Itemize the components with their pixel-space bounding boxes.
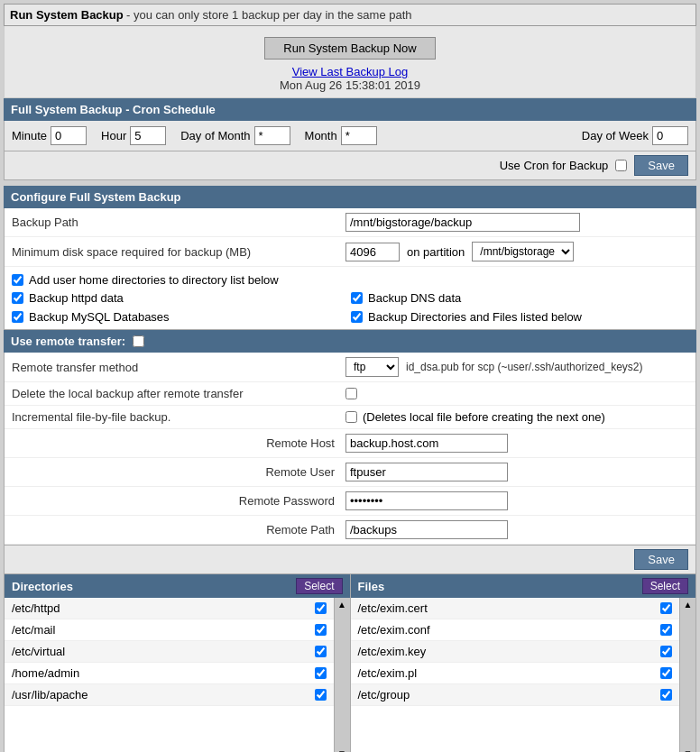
cron-save-button[interactable]: Save: [634, 155, 688, 176]
file-path: /etc/exim.cert: [358, 601, 428, 615]
dir-item: /home/admin: [5, 663, 334, 684]
incremental-checkbox[interactable]: [345, 411, 357, 423]
day-of-month-input[interactable]: [254, 126, 290, 145]
file-item: /etc/exim.conf: [351, 619, 680, 641]
dir-checkbox[interactable]: [315, 667, 327, 679]
add-home-dirs-checkbox[interactable]: [12, 274, 23, 286]
minute-input[interactable]: [51, 126, 87, 145]
remote-path-input[interactable]: [345, 520, 508, 539]
file-scroll-up[interactable]: ▲: [684, 600, 693, 610]
files-select-button[interactable]: Select: [642, 578, 688, 594]
run-backup-button[interactable]: Run System Backup Now: [264, 37, 435, 60]
remote-host-input[interactable]: [345, 434, 508, 453]
dir-item: /etc/mail: [5, 619, 334, 641]
backup-dns-checkbox[interactable]: [351, 292, 363, 304]
use-cron-label: Use Cron for Backup: [500, 159, 609, 172]
dir-path: /etc/mail: [12, 623, 55, 637]
file-path: /etc/exim.pl: [358, 666, 418, 680]
backup-mysql-label: Backup MySQL Databases: [29, 310, 170, 324]
file-path: /etc/exim.key: [358, 645, 427, 658]
remote-method-label: Remote transfer method: [12, 361, 345, 374]
backup-path-input[interactable]: [345, 213, 580, 232]
dir-checkbox[interactable]: [315, 689, 327, 701]
dir-checkbox[interactable]: [315, 602, 327, 614]
use-cron-checkbox[interactable]: [615, 160, 627, 171]
dir-path: /usr/lib/apache: [12, 688, 88, 702]
remote-user-label: Remote User: [12, 465, 345, 479]
remote-method-note: id_dsa.pub for scp (~user/.ssh/authorize…: [406, 361, 642, 373]
remote-method-select[interactable]: ftp scp rsync: [345, 357, 399, 377]
view-log-link[interactable]: View Last Backup Log: [292, 65, 408, 78]
dir-item: /etc/httpd: [5, 598, 334, 619]
incremental-label: Incremental file-by-file backup.: [12, 410, 345, 424]
file-item: /etc/exim.key: [351, 641, 680, 663]
dir-checkbox[interactable]: [315, 624, 327, 636]
directories-select-button[interactable]: Select: [296, 578, 342, 594]
on-partition-label: on partition: [407, 245, 465, 259]
hour-input[interactable]: [130, 126, 166, 145]
use-remote-checkbox[interactable]: [133, 335, 144, 347]
file-item: /etc/exim.pl: [351, 663, 680, 684]
backup-path-label: Backup Path: [12, 216, 345, 229]
month-label: Month: [305, 129, 337, 142]
hour-label: Hour: [101, 129, 126, 142]
file-path: /etc/group: [358, 688, 410, 702]
dir-scroll-up[interactable]: ▲: [337, 600, 346, 610]
backup-httpd-checkbox[interactable]: [12, 292, 23, 304]
files-header: Files: [358, 580, 385, 593]
dir-path: /home/admin: [12, 666, 79, 680]
file-checkbox[interactable]: [660, 667, 672, 679]
partition-select[interactable]: /mnt/bigstorage: [472, 242, 574, 261]
file-item: /etc/group: [351, 684, 680, 706]
backup-dns-label: Backup DNS data: [368, 291, 461, 305]
delete-local-label: Delete the local backup after remote tra…: [12, 387, 345, 400]
page-subtitle: - you can only store 1 backup per day in…: [126, 8, 412, 22]
file-checkbox[interactable]: [660, 602, 672, 614]
file-path: /etc/exim.conf: [358, 623, 430, 637]
day-of-month-label: Day of Month: [180, 129, 250, 142]
page-title: Run System Backup: [10, 8, 124, 22]
dir-path: /etc/virtual: [12, 645, 65, 658]
delete-local-checkbox[interactable]: [345, 388, 357, 399]
backup-dirs-files-label: Backup Directories and Files listed belo…: [368, 310, 582, 324]
minute-label: Minute: [12, 129, 47, 142]
min-disk-input[interactable]: [345, 243, 400, 261]
backup-timestamp: Mon Aug 26 15:38:01 2019: [280, 78, 420, 92]
cron-section-header: Full System Backup - Cron Schedule: [4, 98, 696, 121]
file-checkbox[interactable]: [660, 689, 672, 701]
dir-scroll-down[interactable]: ▼: [337, 748, 346, 752]
day-of-week-input[interactable]: [652, 126, 688, 145]
directories-header: Directories: [12, 580, 73, 593]
remote-path-label: Remote Path: [12, 523, 345, 536]
dir-item: /usr/lib/apache: [5, 684, 334, 706]
remote-section-header: Use remote transfer:: [4, 330, 696, 353]
backup-httpd-label: Backup httpd data: [29, 291, 124, 305]
dir-checkbox[interactable]: [315, 646, 327, 657]
config-section-header: Configure Full System Backup: [4, 186, 696, 208]
remote-password-input[interactable]: [345, 491, 508, 510]
dir-item: /etc/virtual: [5, 641, 334, 663]
remote-user-input[interactable]: [345, 463, 508, 481]
min-disk-label: Minimum disk space required for backup (…: [12, 245, 345, 259]
remote-password-label: Remote Password: [12, 494, 345, 508]
file-checkbox[interactable]: [660, 624, 672, 636]
file-scroll-down[interactable]: ▼: [684, 748, 693, 752]
file-checkbox[interactable]: [660, 646, 672, 657]
file-item: /etc/exim.cert: [351, 598, 680, 619]
incremental-note: (Deletes local file before creating the …: [363, 410, 605, 424]
remote-host-label: Remote Host: [12, 436, 345, 450]
remote-save-button[interactable]: Save: [634, 549, 688, 570]
backup-dirs-files-checkbox[interactable]: [351, 311, 363, 323]
backup-mysql-checkbox[interactable]: [12, 311, 23, 323]
month-input[interactable]: [341, 126, 377, 145]
dir-path: /etc/httpd: [12, 601, 60, 615]
add-home-dirs-label: Add user home directories to directory l…: [29, 273, 279, 287]
day-of-week-label: Day of Week: [582, 129, 649, 142]
